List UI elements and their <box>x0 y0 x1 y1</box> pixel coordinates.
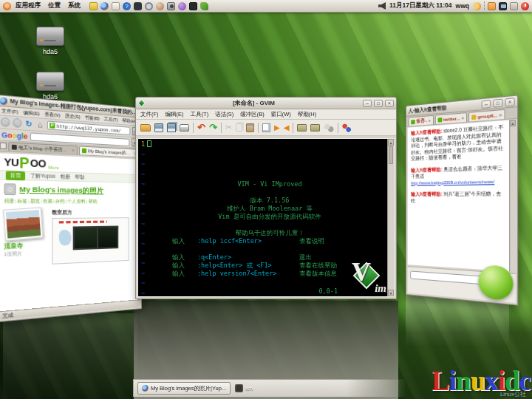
minimize-button[interactable]: – <box>482 100 491 109</box>
profile-link[interactable]: 相册 <box>4 198 15 203</box>
camera-icon[interactable] <box>167 2 175 10</box>
browser-tab-1[interactable]: My Blog's images的照片× <box>79 146 139 157</box>
taskbar-item-1[interactable]: xm <box>235 384 253 392</box>
avatar[interactable]: ☺ <box>4 183 16 195</box>
ubuntu-logo-icon[interactable] <box>3 2 11 10</box>
photo-frame[interactable] <box>52 217 129 265</box>
cut-icon[interactable]: ✂ <box>225 123 232 132</box>
browser-menu[interactable]: 编辑(E) <box>23 109 39 117</box>
browser-menu[interactable]: 文件(F) <box>1 107 18 116</box>
print-icon[interactable] <box>180 124 189 132</box>
tab-close-icon[interactable]: × <box>72 148 75 153</box>
scroll-thumb[interactable] <box>389 146 393 164</box>
home-icon[interactable]: ⌂ <box>36 120 45 129</box>
profile-link[interactable]: 存档 <box>55 199 65 204</box>
minimize-button[interactable]: – <box>363 100 372 107</box>
save-icon[interactable] <box>154 123 163 132</box>
browser-menu[interactable]: 历史(S) <box>65 112 81 120</box>
display-icon[interactable] <box>499 2 507 10</box>
run-script-icon[interactable] <box>324 123 334 132</box>
firefox-icon[interactable] <box>100 2 109 10</box>
yupoo-nav-item[interactable]: 首页 <box>6 171 25 180</box>
maximize-button[interactable]: □ <box>374 100 383 107</box>
gvim-menu[interactable]: 文件(F) <box>140 111 159 118</box>
scroll-up-icon[interactable]: ▲ <box>388 139 394 146</box>
browser-tab-0[interactable]: 电工's blog 小学英语教学网× <box>8 142 78 154</box>
profile-link[interactable]: 收藏 <box>43 199 52 204</box>
search-tool-icon[interactable] <box>145 2 153 10</box>
bookmark-icon[interactable] <box>0 143 7 150</box>
panel-user[interactable]: wwq <box>456 2 469 10</box>
profile-link[interactable]: 帮助 <box>88 199 97 203</box>
gvim-menu[interactable]: 工具(T) <box>191 111 209 118</box>
maximize-button[interactable]: □ <box>493 98 502 107</box>
browser-menu[interactable]: 书签(B) <box>85 114 100 122</box>
reload-icon[interactable]: ↻ <box>24 119 33 129</box>
tray-app-icon[interactable] <box>510 2 518 10</box>
find-prev-icon[interactable]: ◀ <box>284 123 290 132</box>
panel-menu-applications[interactable]: 应用程序 <box>16 1 41 10</box>
keyring-icon[interactable] <box>473 2 481 10</box>
load-session-icon[interactable] <box>297 124 307 132</box>
gvim-editor[interactable]: 1 ~ ~ ~ ~ ~ ~ ~ ~ ~ ~ ~ ~ ~ ~ ~ VIM - Vi… <box>137 138 395 297</box>
browser-menu[interactable]: 查看(V) <box>44 111 60 119</box>
yupoo-page-heading[interactable]: My Blog's images的照片 <box>19 184 103 196</box>
profile-link[interactable]: 标签 <box>17 199 27 204</box>
tab-close-icon[interactable]: × <box>462 115 465 120</box>
panel-menu-system[interactable]: 系统 <box>68 1 81 10</box>
save-all-icon[interactable] <box>167 123 176 132</box>
undo-icon[interactable]: ↶ <box>197 122 205 133</box>
browser-menu[interactable]: 工具(T) <box>104 115 118 123</box>
power-icon[interactable] <box>521 2 529 10</box>
desktop-icon-hda5[interactable]: hda5 <box>30 27 71 55</box>
yupoo-nav-item[interactable]: 帮助 <box>75 174 84 181</box>
gimp-icon[interactable] <box>156 2 164 10</box>
copy-icon[interactable] <box>236 123 242 132</box>
message-input[interactable] <box>410 270 480 284</box>
panel-clock[interactable]: 11月17日星期六 11:04 <box>389 1 452 10</box>
jump-tag-icon[interactable] <box>342 123 351 132</box>
gvim-menu[interactable]: 帮助(H) <box>298 111 316 118</box>
back-icon[interactable]: ← <box>1 117 10 127</box>
browser-tab-1[interactable]: twitter...× <box>435 112 467 124</box>
tab-close-icon[interactable]: × <box>499 112 502 117</box>
notification-icon[interactable] <box>488 2 496 10</box>
panel-menu-places[interactable]: 位置 <box>48 1 61 10</box>
profile-link[interactable]: 朋友 <box>30 199 40 204</box>
scroll-up-icon[interactable]: ▲ <box>510 120 516 126</box>
gvim-menu[interactable]: 缓冲区(B) <box>240 111 265 118</box>
album-thumbnail[interactable] <box>3 207 44 241</box>
browser-tab-0[interactable]: 饭否..× <box>409 115 434 126</box>
find-replace-icon[interactable] <box>262 123 270 132</box>
message-link[interactable]: http://www.beijing2008.cn/volunteers/new… <box>411 179 494 185</box>
photo-title[interactable]: 教室后方 <box>52 209 135 216</box>
graphics-app-icon[interactable] <box>200 2 208 10</box>
tab-close-icon[interactable]: × <box>429 118 431 123</box>
gvim-scrollbar[interactable]: ▲ ▼ <box>387 139 394 296</box>
gvim-menu[interactable]: 窗口(W) <box>271 111 291 118</box>
scroll-down-icon[interactable]: ▼ <box>388 290 394 296</box>
gvim-titlebar[interactable]: [未命名] - GVIM – □ × <box>136 98 396 109</box>
gvim-menu[interactable]: 编辑(E) <box>166 111 184 118</box>
save-session-icon[interactable] <box>310 124 320 132</box>
paste-icon[interactable] <box>246 123 254 132</box>
find-next-icon[interactable]: ▶ <box>274 123 280 132</box>
redo-icon[interactable]: ↷ <box>209 122 217 133</box>
right-window-scrollbar[interactable]: ▲ <box>509 120 516 272</box>
yupoo-nav-item[interactable]: 相册 <box>60 173 70 180</box>
photo-manager-icon[interactable] <box>134 2 142 10</box>
taskbar-item-0[interactable]: My Blog's images的照片|Yup... <box>137 382 231 395</box>
close-button[interactable]: × <box>505 98 515 106</box>
forward-icon[interactable]: → <box>13 118 22 128</box>
browser-menu[interactable]: 帮助(H) <box>122 117 136 125</box>
mail-icon[interactable] <box>112 2 120 10</box>
text-editor-icon[interactable] <box>89 2 98 10</box>
browser-tab-2[interactable]: group6...× <box>468 109 505 122</box>
open-icon[interactable] <box>140 124 151 132</box>
volume-icon[interactable] <box>378 2 386 10</box>
help-icon[interactable] <box>123 2 131 10</box>
profile-link[interactable]: 个人资料 <box>67 199 86 204</box>
terminal-icon[interactable] <box>189 2 197 10</box>
yupoo-nav-item[interactable]: 了解Yupoo <box>30 172 55 180</box>
desktop-icon-hda6[interactable]: hda6 <box>30 72 71 100</box>
